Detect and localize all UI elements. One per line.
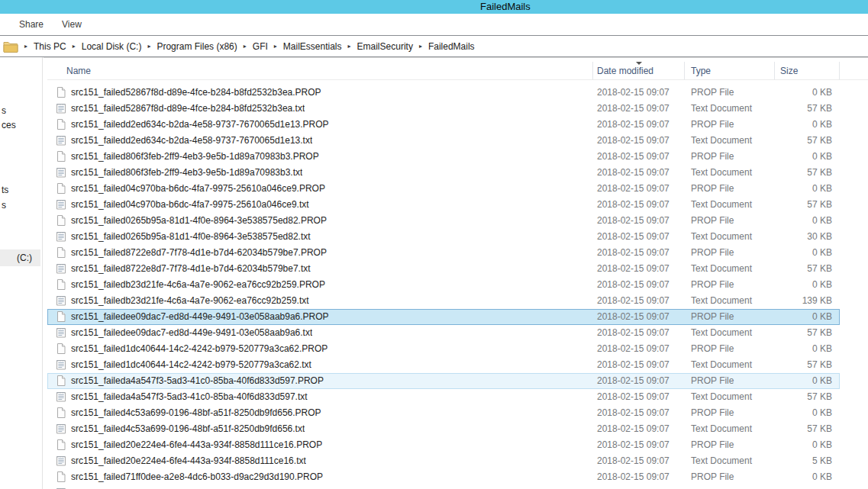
column-header-type[interactable]: Type: [685, 62, 775, 80]
file-type: Text Document: [691, 453, 752, 469]
file-row[interactable]: src151_failedb23d21fe-4c6a-4a7e-9062-ea7…: [47, 293, 840, 309]
file-size: 0 KB: [775, 181, 832, 197]
file-size: 57 KB: [775, 357, 832, 373]
file-date-modified: 2018-02-15 09:07: [597, 229, 670, 245]
file-size: 57 KB: [775, 133, 832, 149]
file-name: src151_failed0265b95a-81d1-4f0e-8964-3e5…: [71, 229, 311, 245]
file-row[interactable]: src151_failed4c53a699-0196-48bf-a51f-825…: [47, 421, 840, 437]
file-size: 57 KB: [775, 325, 832, 341]
nav-item-local-disk-c[interactable]: (C:): [0, 249, 40, 266]
text-file-icon: [55, 134, 67, 146]
file-row[interactable]: src151_failed52867f8d-d89e-4fce-b284-b8f…: [47, 101, 840, 117]
file-size: 0 KB: [775, 341, 832, 357]
file-row[interactable]: src151_failedee09dac7-ed8d-449e-9491-03e…: [47, 309, 840, 325]
text-file-icon: [55, 262, 67, 275]
nav-pane-item-fragment[interactable]: s: [2, 200, 6, 211]
file-type: PROP File: [691, 181, 734, 197]
column-header-date-label: Date modified: [597, 66, 653, 76]
column-header-size[interactable]: Size: [775, 62, 840, 80]
text-file-icon: [55, 102, 67, 114]
file-name: src151_faileda4a547f3-5ad3-41c0-85ba-40f…: [71, 389, 308, 405]
breadcrumb-item[interactable]: Program Files (x86): [156, 41, 237, 52]
prop-file-icon: [55, 310, 67, 323]
file-row[interactable]: src151_failed1dc40644-14c2-4242-b979-520…: [47, 341, 840, 357]
menu-share[interactable]: Share: [19, 19, 44, 30]
file-size: 0 KB: [775, 245, 832, 261]
file-type: Text Document: [691, 389, 752, 405]
file-name: src151_failed20e224e4-6fe4-443a-934f-885…: [71, 453, 306, 469]
file-name: src151_failedee09dac7-ed8d-449e-9491-03e…: [71, 325, 312, 341]
file-row[interactable]: src151_failed806f3feb-2ff9-4eb3-9e5b-1d8…: [47, 149, 840, 165]
file-row[interactable]: src151_failed4c53a699-0196-48bf-a51f-825…: [47, 405, 840, 421]
file-type: Text Document: [691, 261, 752, 277]
file-date-modified: 2018-02-15 09:07: [597, 261, 670, 277]
file-row[interactable]: src151_faileda4a547f3-5ad3-41c0-85ba-40f…: [47, 389, 840, 405]
prop-file-icon: [55, 375, 67, 387]
file-date-modified: 2018-02-15 09:07: [597, 277, 670, 293]
column-header-date-modified[interactable]: Date modified: [593, 62, 685, 80]
file-row[interactable]: src151_failed0265b95a-81d1-4f0e-8964-3e5…: [47, 213, 840, 229]
breadcrumb-separator-icon: ▸: [73, 43, 76, 50]
file-row[interactable]: src151_failedb23d21fe-4c6a-4a7e-9062-ea7…: [47, 277, 840, 293]
column-header-name[interactable]: Name: [47, 62, 593, 80]
prop-file-icon: [55, 246, 67, 259]
title-bar[interactable]: FailedMails: [0, 0, 868, 14]
column-header-filler: [840, 62, 868, 80]
address-bar[interactable]: ▸ This PC ▸ Local Disk (C:) ▸ Program Fi…: [0, 35, 868, 57]
file-type: PROP File: [691, 341, 734, 357]
file-date-modified: 2018-02-15 09:07: [597, 85, 670, 101]
file-type: Text Document: [691, 325, 752, 341]
file-row[interactable]: src151_failed71ff0dee-a2e8-4dc6-b033-d9a…: [47, 469, 840, 485]
text-file-icon: [55, 391, 67, 403]
file-row[interactable]: src151_failed8722e8d7-7f78-4d1e-b7d4-620…: [47, 261, 840, 277]
file-row[interactable]: src151_failedee09dac7-ed8d-449e-9491-03e…: [47, 325, 840, 341]
file-size: 0 KB: [775, 309, 832, 325]
file-row[interactable]: [47, 485, 840, 489]
file-type: PROP File: [691, 117, 734, 133]
breadcrumb-item[interactable]: GFI: [253, 41, 268, 52]
breadcrumb-item[interactable]: FailedMails: [428, 41, 475, 52]
file-date-modified: 2018-02-15 09:07: [597, 293, 670, 309]
file-name: src151_failed8722e8d7-7f78-4d1e-b7d4-620…: [71, 245, 327, 261]
file-date-modified: 2018-02-15 09:07: [597, 133, 670, 149]
file-row[interactable]: src151_failedd2ed634c-b2da-4e58-9737-767…: [47, 133, 840, 149]
file-size: 0 KB: [775, 405, 832, 421]
text-file-icon: [55, 455, 67, 467]
file-row[interactable]: src151_failedd2ed634c-b2da-4e58-9737-767…: [47, 117, 840, 133]
breadcrumb-item[interactable]: EmailSecurity: [357, 41, 413, 52]
file-list-panel: Name Date modified Type Size: [44, 57, 868, 489]
file-row[interactable]: src151_failed1dc40644-14c2-4242-b979-520…: [47, 357, 840, 373]
file-row[interactable]: src151_failed04c970ba-b6dc-4fa7-9975-256…: [47, 197, 840, 213]
nav-pane-item-fragment[interactable]: ces: [2, 120, 16, 130]
file-type: PROP File: [691, 437, 734, 453]
prop-file-icon: [55, 182, 67, 195]
file-row[interactable]: src151_faileda4a547f3-5ad3-41c0-85ba-40f…: [47, 373, 840, 389]
file-size: 0 KB: [775, 213, 832, 229]
file-date-modified: 2018-02-15 09:07: [597, 101, 670, 117]
menu-view[interactable]: View: [62, 19, 82, 30]
explorer-window: FailedMails Share View ▸ This PC ▸ Local…: [0, 0, 868, 489]
nav-pane-item-fragment[interactable]: s: [2, 105, 6, 116]
nav-pane-item-fragment[interactable]: ts: [2, 185, 8, 195]
breadcrumb-item[interactable]: MailEssentials: [283, 41, 342, 52]
file-name: src151_failed04c970ba-b6dc-4fa7-9975-256…: [71, 181, 325, 197]
file-type: PROP File: [691, 405, 734, 421]
text-file-icon: [55, 359, 67, 371]
file-row[interactable]: src151_failed52867f8d-d89e-4fce-b284-b8f…: [47, 85, 840, 101]
file-type: Text Document: [691, 101, 752, 117]
file-type: PROP File: [691, 277, 734, 293]
file-row[interactable]: src151_failed806f3feb-2ff9-4eb3-9e5b-1d8…: [47, 165, 840, 181]
file-row[interactable]: src151_failed04c970ba-b6dc-4fa7-9975-256…: [47, 181, 840, 197]
folder-icon: [3, 40, 18, 53]
file-row[interactable]: src151_failed20e224e4-6fe4-443a-934f-885…: [47, 437, 840, 453]
breadcrumb-item[interactable]: This PC: [34, 41, 66, 52]
breadcrumb-item[interactable]: Local Disk (C:): [82, 41, 142, 52]
file-row[interactable]: src151_failed0265b95a-81d1-4f0e-8964-3e5…: [47, 229, 840, 245]
file-type: Text Document: [691, 165, 752, 181]
file-date-modified: 2018-02-15 09:07: [597, 373, 670, 389]
file-size: 0 KB: [775, 437, 832, 453]
file-date-modified: 2018-02-15 09:07: [597, 149, 670, 165]
file-name: src151_failed806f3feb-2ff9-4eb3-9e5b-1d8…: [71, 149, 319, 165]
file-row[interactable]: src151_failed20e224e4-6fe4-443a-934f-885…: [47, 453, 840, 469]
file-row[interactable]: src151_failed8722e8d7-7f78-4d1e-b7d4-620…: [47, 245, 840, 261]
